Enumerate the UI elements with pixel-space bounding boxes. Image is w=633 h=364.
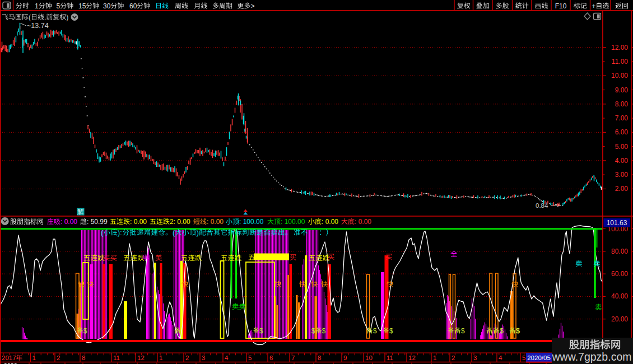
svg-text:$: $ (461, 327, 465, 335)
svg-text:: 100.00: : 100.00 (239, 218, 264, 226)
svg-text:~13.74: ~13.74 (27, 22, 49, 30)
svg-text:11.00: 11.00 (612, 58, 628, 66)
svg-text:11: 11 (113, 354, 120, 361)
svg-text:(: ( (29, 13, 31, 21)
svg-text:1: 1 (32, 354, 36, 361)
svg-text:2: 0.00: 2: 0.00 (170, 218, 190, 226)
svg-text:3.00: 3.00 (615, 171, 629, 179)
svg-text:40.00: 40.00 (611, 292, 628, 300)
svg-text:www.7gpzb.com: www.7gpzb.com (552, 351, 632, 363)
svg-text:3: 3 (202, 354, 205, 361)
svg-text:$: $ (83, 327, 87, 335)
svg-text:8: 8 (318, 354, 321, 361)
svg-text:1: 1 (35, 2, 39, 10)
svg-text:): ) (197, 229, 199, 237)
svg-text:: 100.00: : 100.00 (281, 218, 305, 226)
svg-text:2: 2 (185, 354, 189, 361)
svg-text:2017: 2017 (2, 354, 16, 361)
svg-text:>: > (251, 2, 255, 10)
svg-text:$: $ (322, 327, 326, 335)
svg-text:0.84: 0.84 (536, 202, 548, 209)
svg-text:):: ): (118, 229, 122, 237)
svg-text:5.00: 5.00 (615, 143, 629, 151)
svg-text:$: $ (311, 327, 315, 335)
svg-text:2: 2 (452, 354, 455, 361)
svg-text:8.00: 8.00 (615, 100, 629, 108)
svg-text:4: 4 (225, 354, 229, 361)
svg-text:9.00: 9.00 (615, 86, 629, 94)
svg-text:2020/05: 2020/05 (527, 354, 551, 361)
svg-text:5: 5 (522, 354, 525, 361)
svg-text:8: 8 (82, 354, 85, 361)
svg-text:101.63: 101.63 (607, 219, 627, 227)
svg-text:1: 1 (433, 354, 436, 361)
svg-text:10: 10 (365, 354, 373, 361)
svg-text:60.00: 60.00 (611, 270, 628, 278)
svg-text:12: 12 (137, 354, 145, 361)
svg-text:2.00: 2.00 (615, 185, 629, 193)
svg-text:+: + (592, 2, 595, 10)
svg-text:$: $ (389, 327, 393, 335)
svg-text:10.00: 10.00 (611, 72, 628, 80)
svg-text:7.00: 7.00 (615, 114, 629, 122)
svg-text:4.00: 4.00 (615, 157, 629, 165)
svg-text:: 0.00: : 0.00 (207, 218, 224, 226)
svg-text:12.00: 12.00 (611, 44, 628, 52)
svg-text:: 50.99: : 50.99 (87, 218, 108, 226)
svg-text:$: $ (259, 327, 263, 335)
svg-text:80.00: 80.00 (611, 248, 628, 255)
svg-text:): ) (66, 13, 68, 21)
svg-text:7: 7 (291, 354, 295, 361)
svg-text:: 0.00: : 0.00 (130, 218, 147, 226)
svg-text:6.00: 6.00 (615, 128, 629, 136)
svg-text:12: 12 (408, 354, 416, 361)
svg-text:5: 5 (57, 2, 60, 10)
svg-text:$: $ (500, 327, 504, 335)
svg-text:.: . (44, 13, 46, 21)
svg-text:F10: F10 (555, 2, 567, 10)
svg-text:15: 15 (78, 2, 86, 10)
svg-text:$: $ (516, 327, 520, 335)
svg-text:5: 5 (248, 354, 252, 361)
svg-text:20.00: 20.00 (611, 315, 628, 323)
svg-text:: 0.00: : 0.00 (322, 218, 338, 226)
svg-text:4: 4 (499, 354, 502, 361)
svg-text:2: 2 (57, 354, 60, 361)
svg-text:$: $ (373, 327, 377, 335)
svg-text:: 0.00: : 0.00 (355, 218, 371, 226)
svg-text:30: 30 (103, 2, 111, 10)
svg-text:1: 1 (159, 354, 162, 361)
svg-text:: 0.00: : 0.00 (60, 218, 77, 226)
svg-text:3: 3 (473, 354, 477, 361)
svg-text:11: 11 (387, 354, 393, 361)
svg-text:9: 9 (343, 354, 347, 361)
svg-text:60: 60 (129, 2, 137, 10)
svg-text:6: 6 (269, 354, 273, 361)
